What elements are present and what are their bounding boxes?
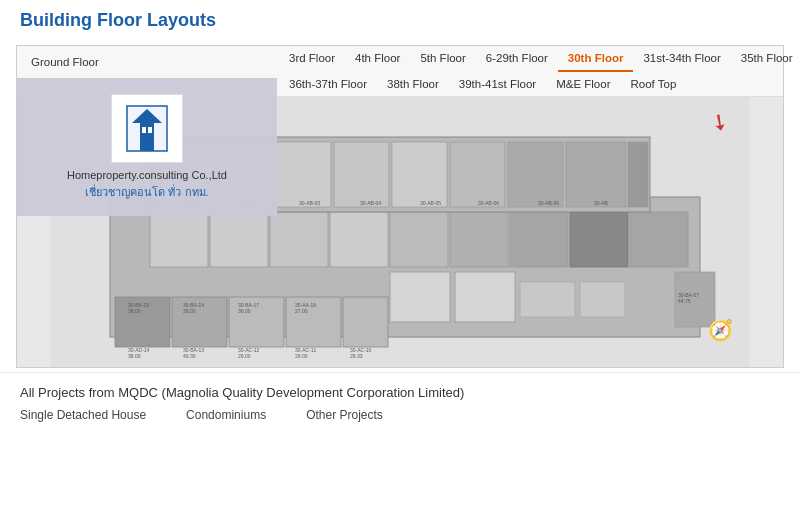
svg-rect-32 — [508, 142, 563, 207]
svg-rect-9 — [270, 212, 328, 267]
tab-35th-floor[interactable]: 35th Floor — [731, 46, 800, 72]
svg-text:40.30: 40.30 — [183, 353, 196, 359]
floor-tabs-row1-right: 3rd Floor 4th Floor 5th Floor 6-29th Flo… — [279, 46, 783, 72]
svg-text:44.75: 44.75 — [678, 298, 691, 304]
svg-rect-31 — [450, 142, 505, 207]
company-tagline: เชี่ยวชาญคอนโด ทั่ว กทม. — [85, 183, 208, 201]
svg-text:29.00: 29.00 — [238, 353, 251, 359]
svg-rect-14 — [570, 212, 628, 267]
svg-rect-11 — [390, 212, 448, 267]
svg-rect-28 — [276, 142, 331, 207]
tab-629th-floor[interactable]: 6-29th Floor — [476, 46, 558, 72]
tab-3637th-floor[interactable]: 36th-37th Floor — [279, 72, 377, 96]
svg-text:30-AB-04: 30-AB-04 — [360, 200, 381, 206]
svg-text:30-AB-03: 30-AB-03 — [299, 200, 320, 206]
floor-tabs-row2: 36th-37th Floor 38th Floor 39th-41st Flo… — [279, 72, 783, 96]
floor-tabs-row1: Ground Floor 3rd Floor — [17, 50, 277, 74]
floor-section: Ground Floor 3rd Floor Hom — [0, 45, 800, 368]
logo-box — [111, 94, 183, 163]
svg-rect-15 — [630, 212, 688, 267]
company-name: Homeproperty.consulting Co.,Ltd — [67, 167, 227, 184]
svg-text:30-AB-06: 30-AB-06 — [538, 200, 559, 206]
svg-text:29.33: 29.33 — [350, 353, 363, 359]
bottom-title: All Projects from MQDC (Magnolia Quality… — [20, 385, 780, 400]
svg-rect-4 — [148, 127, 152, 133]
col-single-detached: Single Detached House — [20, 408, 146, 422]
svg-rect-19 — [580, 282, 625, 317]
tab-38th-floor[interactable]: 38th Floor — [377, 72, 449, 96]
svg-text:30-AB-06: 30-AB-06 — [478, 200, 499, 206]
svg-rect-7 — [150, 212, 208, 267]
page-wrapper: Building Floor Layouts Ground Floor 3rd … — [0, 0, 800, 512]
tab-30th-floor[interactable]: 30th Floor — [558, 46, 634, 72]
svg-text:36.00: 36.00 — [238, 308, 251, 314]
svg-rect-12 — [450, 212, 508, 267]
tab-3rd-floor[interactable]: 3rd Floor — [279, 46, 345, 72]
compass-icon: 🧭 — [708, 318, 733, 342]
svg-rect-18 — [520, 282, 575, 317]
svg-rect-8 — [210, 212, 268, 267]
svg-text:27.00: 27.00 — [295, 308, 308, 314]
svg-text:38.00: 38.00 — [128, 308, 141, 314]
tab-3134th-floor[interactable]: 31st-34th Floor — [633, 46, 730, 72]
svg-text:30-AB-05: 30-AB-05 — [420, 200, 441, 206]
tab-3941st-floor[interactable]: 39th-41st Floor — [449, 72, 546, 96]
page-title: Building Floor Layouts — [20, 10, 780, 31]
svg-rect-13 — [510, 212, 568, 267]
svg-rect-30 — [392, 142, 447, 207]
svg-rect-24 — [343, 297, 388, 347]
bottom-section: All Projects from MQDC (Magnolia Quality… — [0, 372, 800, 428]
branding-overlay: Ground Floor 3rd Floor Hom — [17, 46, 277, 216]
svg-rect-34 — [628, 142, 648, 207]
svg-rect-3 — [142, 127, 146, 133]
col-other-projects: Other Projects — [306, 408, 383, 422]
col-condominiums: Condominiums — [186, 408, 266, 422]
svg-text:38.00: 38.00 — [183, 308, 196, 314]
svg-rect-29 — [334, 142, 389, 207]
svg-text:30-AB: 30-AB — [594, 200, 609, 206]
company-logo — [122, 101, 172, 156]
svg-rect-33 — [566, 142, 626, 207]
svg-text:29.00: 29.00 — [295, 353, 308, 359]
tab-5th-floor[interactable]: 5th Floor — [410, 46, 475, 72]
svg-rect-17 — [455, 272, 515, 322]
tab-me-floor[interactable]: M&E Floor — [546, 72, 620, 96]
svg-rect-10 — [330, 212, 388, 267]
svg-text:38.00: 38.00 — [128, 353, 141, 359]
header: Building Floor Layouts — [0, 0, 800, 45]
tab-ground-floor[interactable]: Ground Floor — [21, 50, 109, 74]
tab-4th-floor[interactable]: 4th Floor — [345, 46, 410, 72]
projects-columns: Single Detached House Condominiums Other… — [20, 408, 780, 422]
svg-rect-16 — [390, 272, 450, 322]
tab-roof-top[interactable]: Roof Top — [620, 72, 686, 96]
